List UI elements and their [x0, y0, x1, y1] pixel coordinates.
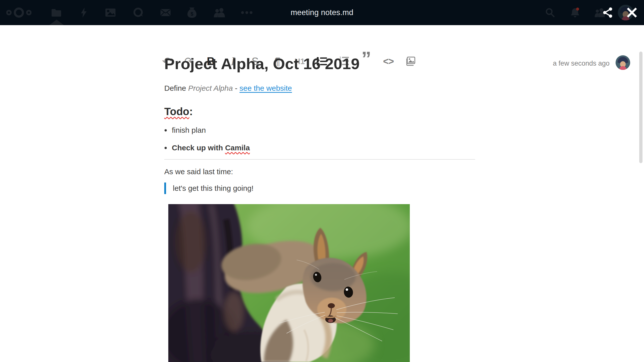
notifications-bell-icon[interactable] [562, 0, 588, 25]
doc-paragraph[interactable]: As we said last time: [164, 167, 475, 176]
scrollbar-thumb[interactable] [639, 52, 642, 163]
todo-colon: : [189, 106, 193, 117]
define-text: Define [164, 84, 188, 92]
close-button[interactable] [623, 0, 641, 25]
doc-define-line[interactable]: Define Project Alpha - see the website [164, 84, 475, 93]
contacts-app-icon[interactable] [207, 0, 232, 25]
todo-word: Todo [164, 106, 189, 117]
blockquote[interactable]: let's get this thing going! [164, 183, 475, 194]
list-item-text: Check up with [172, 144, 225, 152]
nextcloud-text-viewer: $ meeting notes.md [0, 0, 644, 362]
photos-app-icon[interactable] [98, 0, 123, 25]
viewer-topbar: $ meeting notes.md [0, 0, 644, 25]
search-icon[interactable] [537, 0, 562, 25]
list-item-text: finish plan [172, 126, 206, 134]
mail-app-icon[interactable] [153, 0, 178, 25]
todo-heading[interactable]: Todo: [164, 106, 475, 118]
more-apps-icon[interactable] [234, 0, 259, 25]
talk-app-icon[interactable] [126, 0, 151, 25]
finance-app-icon[interactable]: $ [179, 0, 205, 25]
define-emphasis: Project Alpha [188, 84, 233, 92]
list-item[interactable]: finish plan [164, 126, 475, 135]
save-status: a few seconds ago [553, 60, 610, 67]
todo-list: finish plan Check up with Camila [164, 126, 475, 161]
author-avatar[interactable] [616, 55, 630, 70]
share-button[interactable] [599, 0, 617, 25]
svg-text:$: $ [190, 11, 193, 17]
website-link[interactable]: see the website [239, 84, 292, 92]
viewer-filename: meeting notes.md [291, 8, 353, 17]
activity-app-icon[interactable] [71, 0, 96, 25]
list-item-name: Camila [225, 144, 250, 152]
horizontal-rule [164, 159, 475, 160]
doc-title[interactable]: Project Alpha, Oct 16 2019 [164, 55, 475, 73]
list-item[interactable]: Check up with Camila [164, 143, 475, 152]
blockquote-text: let's get this thing going! [173, 184, 475, 193]
nextcloud-logo-icon [6, 0, 31, 25]
define-separator: - [233, 84, 239, 92]
squirrel-photo[interactable] [168, 204, 410, 362]
active-app-indicator [49, 20, 64, 25]
